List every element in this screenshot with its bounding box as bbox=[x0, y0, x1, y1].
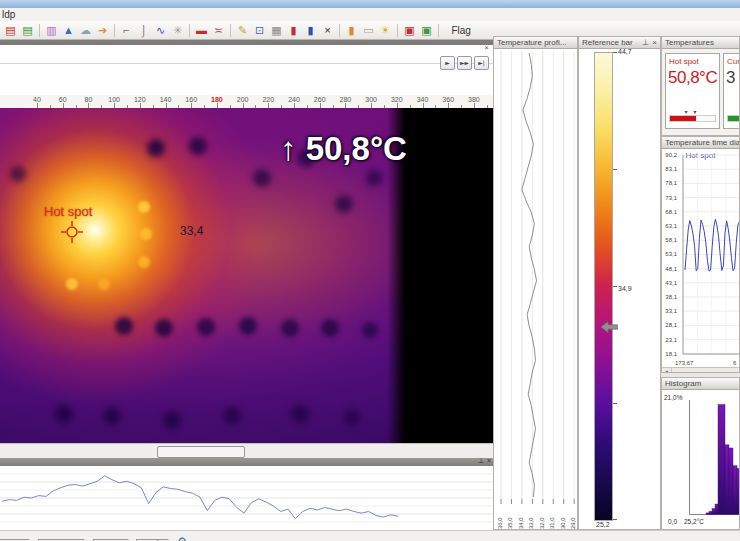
cloud-icon[interactable]: ☁ bbox=[77, 23, 94, 38]
ruler-label: 100 bbox=[104, 96, 124, 103]
reference-tick bbox=[613, 169, 617, 170]
time-y-tick-label: 58,1 bbox=[662, 237, 677, 243]
panel-header[interactable]: Temperature time diagram bbox=[662, 137, 739, 149]
time-diagram-plot bbox=[679, 153, 739, 363]
toolbar-separator bbox=[189, 24, 190, 37]
divider bbox=[0, 63, 493, 64]
reference-max-label: 44,7 bbox=[618, 49, 632, 55]
max-temp-annotation: ↑ 50,8°C bbox=[280, 130, 407, 168]
curve-arrow-icon[interactable]: ➔ bbox=[94, 23, 111, 38]
profile-vertical-icon[interactable]: ⌡ bbox=[135, 23, 152, 38]
time-y-tick-label: 18,1 bbox=[662, 351, 677, 357]
reference-bar-icon[interactable]: ▬ bbox=[193, 23, 210, 38]
profile-x-tick-label: 31,0 bbox=[549, 509, 557, 529]
reading-value: 3 bbox=[726, 68, 739, 88]
camera-color-icon[interactable]: ▣ bbox=[418, 23, 435, 38]
time-y-tick-label: 43,1 bbox=[662, 280, 677, 286]
window-titlebar bbox=[0, 0, 740, 8]
tools-icon[interactable]: × bbox=[319, 23, 336, 38]
toolbar-separator bbox=[39, 24, 40, 37]
time-y-tick-label: 73,1 bbox=[662, 195, 677, 201]
play-button[interactable]: ► bbox=[440, 56, 455, 70]
reference-mid-label: 34,9 bbox=[618, 285, 632, 292]
snapshot-icon[interactable]: ▲ bbox=[60, 23, 77, 38]
profile-horizontal-icon[interactable]: ⌐ bbox=[118, 23, 135, 38]
table-icon[interactable]: ▦ bbox=[268, 23, 285, 38]
profile-x-tick-label: 35,0 bbox=[507, 509, 515, 529]
panel-title: Temperature time diagram bbox=[665, 137, 739, 148]
histogram-plot bbox=[662, 390, 739, 529]
reference-tick bbox=[613, 286, 617, 287]
histogram-blue-icon[interactable]: ▮ bbox=[302, 23, 319, 38]
line-chart-icon[interactable]: ∿ bbox=[152, 23, 169, 38]
sun-icon[interactable]: ☀ bbox=[377, 23, 394, 38]
pin-icon[interactable]: ⊥ bbox=[642, 38, 649, 47]
histogram-red-icon[interactable]: ▮ bbox=[285, 23, 302, 38]
horizontal-profile-panel: ⊥× bbox=[0, 458, 493, 530]
temperatures-panel: Temperatures Hot spot 50,8°C ▾ ▾ Cur 3 bbox=[661, 36, 740, 136]
ruler-label: 300 bbox=[361, 96, 381, 103]
histogram-body: 21,0% 0,0 25,2°C bbox=[662, 390, 739, 529]
scroll-left-icon[interactable]: ◂ bbox=[662, 368, 672, 372]
reference-gradient[interactable] bbox=[594, 52, 613, 521]
reference-tick bbox=[613, 519, 617, 520]
close-icon[interactable]: × bbox=[487, 457, 491, 464]
temperature-profile-panel: Temperature profi... ⊥× 36,035,034,033,0… bbox=[493, 36, 578, 530]
horizontal-scrollbar[interactable] bbox=[0, 443, 493, 458]
pcb-hot-pads bbox=[0, 108, 8, 116]
panel-title: Histogram bbox=[665, 378, 701, 389]
fast-forward-button[interactable]: ►► bbox=[457, 56, 472, 70]
ruler-label: 140 bbox=[156, 96, 176, 103]
radar-icon[interactable]: ✳ bbox=[169, 23, 186, 38]
time-y-tick-label: 48,1 bbox=[662, 266, 677, 272]
reading-cursor: Cur 3 bbox=[723, 53, 739, 129]
ruler-label: 60 bbox=[53, 96, 73, 103]
toolbar-separator bbox=[339, 24, 340, 37]
scrollbar-thumb[interactable] bbox=[157, 446, 245, 458]
reading-label: Hot spot bbox=[669, 57, 719, 66]
reading-bar bbox=[727, 115, 739, 122]
time-y-tick-label: 53,1 bbox=[662, 251, 677, 257]
panel-header[interactable]: Histogram bbox=[662, 378, 739, 390]
annotate-icon[interactable]: ✎ bbox=[234, 23, 251, 38]
reference-bar-body: 44,7 34,9 25,2 bbox=[579, 49, 660, 529]
menu-item-help[interactable]: ldp bbox=[0, 9, 15, 20]
device-icon[interactable]: ▭ bbox=[360, 23, 377, 38]
panel-header[interactable]: Reference bar ⊥× bbox=[579, 37, 660, 49]
reference-marker-arrow-icon[interactable] bbox=[601, 321, 618, 333]
palette-icon[interactable]: ▥ bbox=[43, 23, 60, 38]
panel-header[interactable]: Temperature profi... ⊥× bbox=[494, 37, 577, 49]
camera-record-icon[interactable]: ▣ bbox=[401, 23, 418, 38]
profile-x-tick-label: 33,0 bbox=[528, 509, 536, 529]
ruler-label: 240 bbox=[284, 96, 304, 103]
time-diagram-body: Hot spot 173,67 6 ◂ 90,283,178,173,168,1… bbox=[662, 149, 739, 372]
flame-icon[interactable]: ▮ bbox=[343, 23, 360, 38]
panel-header[interactable]: ⊥× bbox=[0, 458, 493, 466]
selection-icon[interactable]: ⊡ bbox=[251, 23, 268, 38]
toolbar-separator bbox=[230, 24, 231, 37]
export-data-icon[interactable]: ▤ bbox=[19, 23, 36, 38]
hotspot-crosshair-icon[interactable] bbox=[60, 220, 84, 244]
close-icon[interactable]: × bbox=[652, 38, 657, 47]
export-report-icon[interactable]: ▤ bbox=[2, 23, 19, 38]
pin-icon[interactable]: ⊥ bbox=[478, 457, 484, 464]
cursor-temp-value: 33,4 bbox=[180, 224, 203, 238]
time-y-tick-label: 63,1 bbox=[662, 223, 677, 229]
flag-button[interactable]: Flag bbox=[451, 22, 470, 40]
time-scrollbar[interactable]: ◂ bbox=[662, 367, 739, 372]
panel-header[interactable]: Temperatures bbox=[662, 37, 739, 49]
ruler-label: 260 bbox=[310, 96, 330, 103]
profile-x-tick-label: 36,0 bbox=[497, 509, 505, 529]
skip-to-end-button[interactable]: ►| bbox=[474, 56, 489, 70]
isotherm-icon[interactable]: ≍ bbox=[210, 23, 227, 38]
time-y-tick-label: 90,2 bbox=[662, 152, 677, 158]
ruler-label: 340 bbox=[413, 96, 433, 103]
profile-x-tick-label: 29,0 bbox=[570, 509, 577, 529]
ruler-label: 120 bbox=[130, 96, 150, 103]
ruler-label: 200 bbox=[233, 96, 253, 103]
reference-bar-panel: Reference bar ⊥× 44,7 34,9 25,2 bbox=[578, 36, 661, 530]
status-device-icon[interactable] bbox=[178, 537, 188, 541]
ruler-label: 40 bbox=[27, 96, 47, 103]
marker-blue-icon: ▾ bbox=[684, 109, 687, 116]
thermal-image[interactable]: ↑ 50,8°C Hot spot 33,4 bbox=[0, 108, 493, 443]
